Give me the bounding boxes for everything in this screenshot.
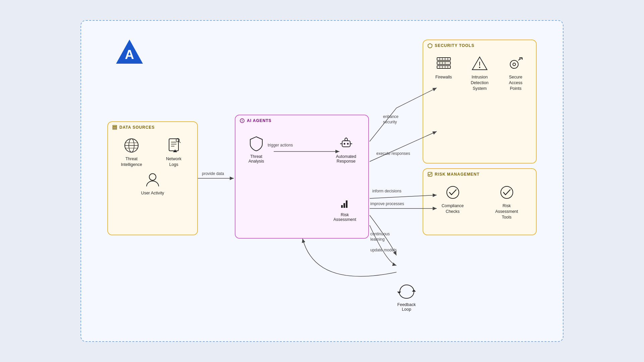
svg-rect-3 xyxy=(113,127,117,128)
intrusion-detection-label: IntrusionDetectionSystem xyxy=(471,74,489,92)
ai-agents-box: AI AGENTS ThreatAnalysis xyxy=(235,115,369,239)
svg-text:security: security xyxy=(383,120,397,124)
svg-line-49 xyxy=(518,58,522,60)
risk-assessment-tools-label: RiskAssessmentTools xyxy=(495,203,518,220)
svg-text:A: A xyxy=(125,48,134,62)
trigger-actions-label: trigger actions xyxy=(268,143,293,147)
svg-point-23 xyxy=(343,143,345,145)
svg-rect-28 xyxy=(346,200,347,208)
feedback-loop-label: FeedbackLoop xyxy=(397,302,416,312)
svg-rect-27 xyxy=(343,203,345,208)
svg-rect-20 xyxy=(342,141,350,147)
svg-point-24 xyxy=(347,143,348,145)
svg-rect-31 xyxy=(437,62,450,64)
svg-point-16 xyxy=(149,174,156,180)
user-activity-item: User Activity xyxy=(138,171,168,196)
svg-rect-29 xyxy=(341,205,343,208)
threat-analysis-label: ThreatAnalysis xyxy=(249,154,264,164)
secure-access-label: SecureAccessPoints xyxy=(509,74,522,92)
threat-analysis-item: ThreatAnalysis xyxy=(248,135,265,164)
inform-decisions-label: inform decisions xyxy=(372,189,401,193)
compliance-checks-item: ComplianceChecks xyxy=(438,184,468,215)
security-tools-title: SECURITY TOOLS xyxy=(423,40,536,50)
svg-rect-10 xyxy=(169,139,178,151)
svg-rect-30 xyxy=(437,58,450,60)
compliance-checks-label: ComplianceChecks xyxy=(441,203,464,215)
risk-assessment-item: RiskAssessment xyxy=(333,193,356,222)
svg-text:learning: learning xyxy=(370,237,385,242)
automated-response-item: AutomatedResponse xyxy=(336,135,356,164)
user-activity-label: User Activity xyxy=(141,190,164,196)
svg-rect-32 xyxy=(437,66,450,68)
svg-line-15 xyxy=(179,141,181,143)
risk-assessment-label: RiskAssessment xyxy=(333,213,356,222)
continuous-learning-label: continuous xyxy=(370,232,390,236)
data-sources-box: DATA SOURCES ThreatIntelligence xyxy=(107,121,198,235)
risk-mgmt-box: RISK MANAGEMENT ComplianceChecks RiskAss… xyxy=(423,168,537,235)
svg-point-48 xyxy=(513,63,516,66)
svg-point-19 xyxy=(242,121,243,122)
automated-response-label: AutomatedResponse xyxy=(336,154,356,164)
intrusion-detection-item: IntrusionDetectionSystem xyxy=(465,55,495,92)
network-logs-label: NetworkLogs xyxy=(166,156,181,168)
svg-point-21 xyxy=(345,138,347,141)
threat-intelligence-item: ThreatIntelligence xyxy=(116,137,147,168)
risk-mgmt-title: RISK MANAGEMENT xyxy=(423,169,536,178)
svg-point-47 xyxy=(510,60,518,68)
risk-assessment-tools-item: RiskAssessmentTools xyxy=(492,184,522,220)
svg-marker-56 xyxy=(412,290,416,292)
svg-point-54 xyxy=(447,186,459,198)
network-logs-item: NetworkLogs xyxy=(159,137,189,168)
improve-processes-label: improve processes xyxy=(370,201,404,206)
svg-point-55 xyxy=(501,186,513,198)
ai-agents-title: AI AGENTS xyxy=(235,115,368,125)
enhance-security-label: enhance xyxy=(383,114,398,119)
azure-logo: A xyxy=(115,38,144,68)
execute-responses-label: execute responses xyxy=(376,151,410,156)
update-models-label: update models xyxy=(370,248,397,252)
svg-point-46 xyxy=(479,67,480,68)
firewalls-label: Firewalls xyxy=(435,74,452,80)
secure-access-item: SecureAccessPoints xyxy=(500,55,531,92)
provide-data-label: provide data xyxy=(202,171,224,176)
main-canvas: A DATA SOURCES ThreatIntelli xyxy=(80,20,564,342)
data-sources-title: DATA SOURCES xyxy=(108,122,197,131)
feedback-loop-area: FeedbackLoop xyxy=(396,283,417,312)
svg-rect-4 xyxy=(113,128,117,129)
threat-intelligence-label: ThreatIntelligence xyxy=(121,156,142,168)
svg-marker-57 xyxy=(397,292,401,294)
firewalls-item: Firewalls xyxy=(429,55,459,80)
security-tools-box: SECURITY TOOLS xyxy=(423,40,537,164)
svg-rect-2 xyxy=(113,125,117,126)
